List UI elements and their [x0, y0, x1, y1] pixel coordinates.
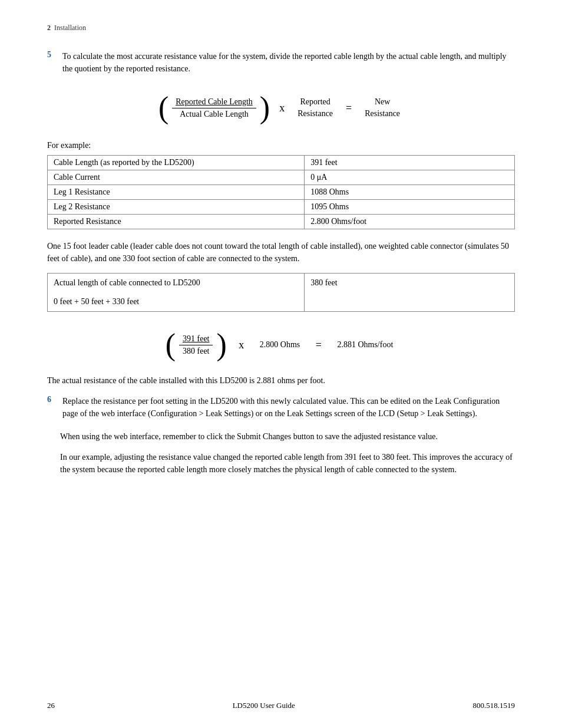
table-cell: Leg 1 Resistance — [48, 185, 305, 200]
table1: Cable Length (as reported by the LD5200)… — [47, 155, 515, 229]
table-row: Leg 1 Resistance1088 Ohms — [48, 185, 515, 200]
formula1-label2: New Resistance — [365, 96, 400, 119]
table-row: Cable Length (as reported by the LD5200)… — [48, 156, 515, 170]
table-row: Leg 2 Resistance1095 Ohms — [48, 200, 515, 215]
formula2-equals: = — [313, 339, 324, 351]
step6-text: Replace the resistance per foot setting … — [62, 395, 515, 420]
breadcrumb: 2 Installation — [47, 24, 515, 32]
step6-row: 6 Replace the resistance per foot settin… — [47, 395, 515, 420]
footer-phone: 800.518.1519 — [473, 701, 515, 710]
formula1-label1: Reported Resistance — [297, 96, 333, 119]
footer-title: LD5200 User Guide — [55, 701, 473, 710]
table2: Actual length of cable connected to LD52… — [47, 273, 515, 312]
formula2-area: ( 391 feet 380 feet ) x 2.800 Ohms = 2.8… — [47, 330, 515, 360]
table-cell: 2.800 Ohms/foot — [305, 215, 515, 229]
table-row: Actual length of cable connected to LD52… — [48, 274, 515, 312]
paragraph4: In our example, adjusting the resistance… — [60, 451, 515, 476]
left-paren: ( — [158, 93, 168, 123]
formula1-equals: = — [346, 102, 352, 114]
table-cell: Cable Current — [48, 170, 305, 185]
step5-row: 5 To calculate the most accurate resista… — [47, 50, 515, 75]
table-row: Cable Current0 μA — [48, 170, 515, 185]
table-cell: Reported Resistance — [48, 215, 305, 229]
step5-number: 5 — [47, 50, 60, 60]
footer-page: 26 — [47, 701, 55, 710]
paragraph2: The actual resistance of the cable insta… — [47, 374, 515, 387]
table-cell: 0 μA — [305, 170, 515, 185]
fraction2-numerator: 391 feet — [179, 334, 213, 345]
step5-block: 5 To calculate the most accurate resista… — [47, 50, 515, 75]
page: 2 Installation 5 To calculate the most a… — [0, 0, 562, 728]
chapter-title: Installation — [54, 24, 86, 32]
formula2-right-paren: ) — [216, 330, 226, 360]
table-cell: 1095 Ohms — [305, 200, 515, 215]
formula2-left-paren: ( — [166, 330, 176, 360]
fraction2: 391 feet 380 feet — [179, 334, 213, 356]
step5-text: To calculate the most accurate resistanc… — [62, 50, 515, 75]
formula1-area: ( Reported Cable Length Actual Cable Len… — [47, 93, 515, 123]
formula2-result: 2.881 Ohms/foot — [337, 339, 393, 351]
table-cell: Actual length of cable connected to LD52… — [48, 274, 305, 312]
fraction1-denominator: Actual Cable Length — [176, 108, 252, 119]
paragraph1: One 15 foot leader cable (leader cable d… — [47, 240, 515, 265]
table-cell: Leg 2 Resistance — [48, 200, 305, 215]
right-paren: ) — [260, 93, 270, 123]
fraction2-denominator: 380 feet — [179, 345, 213, 356]
formula1-operator: x — [279, 102, 285, 114]
table-cell: Cable Length (as reported by the LD5200) — [48, 156, 305, 170]
step6-number: 6 — [47, 395, 60, 404]
table-cell: 380 feet — [305, 274, 515, 312]
for-example-label: For example: — [47, 141, 515, 150]
chapter-number: 2 — [47, 24, 51, 32]
formula2-ohms: 2.800 Ohms — [260, 339, 300, 351]
table-cell: 391 feet — [305, 156, 515, 170]
footer: 26 LD5200 User Guide 800.518.1519 — [47, 701, 515, 710]
table-cell: 1088 Ohms — [305, 185, 515, 200]
formula2-operator: x — [236, 339, 247, 351]
paragraph3: When using the web interface, remember t… — [60, 430, 515, 443]
step6-block: 6 Replace the resistance per foot settin… — [47, 395, 515, 420]
table-row: Reported Resistance2.800 Ohms/foot — [48, 215, 515, 229]
fraction1: Reported Cable Length Actual Cable Lengt… — [172, 97, 256, 119]
fraction1-numerator: Reported Cable Length — [172, 97, 256, 108]
